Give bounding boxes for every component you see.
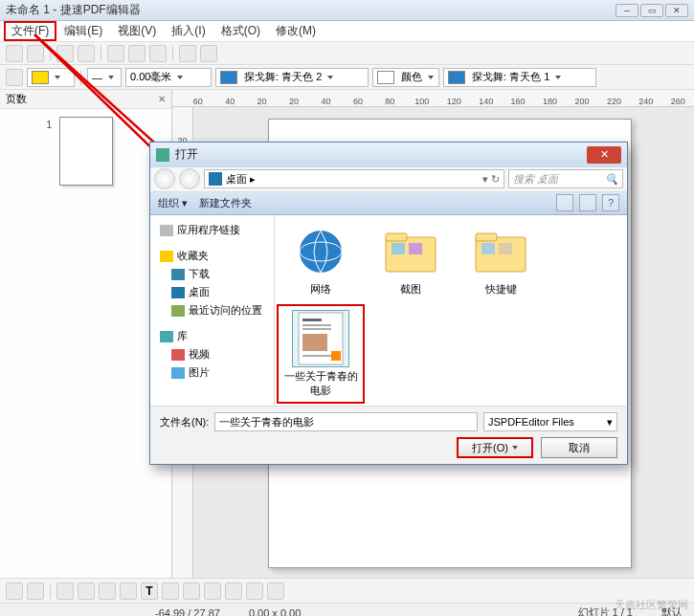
app-title: 未命名 1 - 捷速PDF编辑器 bbox=[6, 2, 141, 18]
separator bbox=[50, 46, 51, 61]
rect-icon[interactable] bbox=[99, 583, 116, 600]
connector-icon[interactable] bbox=[183, 583, 200, 600]
ellipse-icon[interactable] bbox=[120, 583, 137, 600]
page-thumbnail[interactable]: 1 bbox=[59, 117, 113, 186]
dialog-footer: 文件名(N): JSPDFEditor Files▾ 打开(O) 取消 bbox=[150, 406, 627, 464]
shape-icon[interactable] bbox=[204, 583, 221, 600]
menu-view[interactable]: 视图(V) bbox=[110, 21, 164, 41]
curve-icon[interactable] bbox=[162, 583, 179, 600]
tree-item-favorites[interactable]: 收藏夹 bbox=[154, 247, 270, 265]
style2-combo[interactable]: 探戈舞: 青天色 1 bbox=[443, 68, 596, 87]
tree-item-desktop[interactable]: 桌面 bbox=[154, 283, 270, 301]
menu-modify[interactable]: 修改(M) bbox=[268, 21, 324, 41]
close-button[interactable]: ✕ bbox=[665, 4, 688, 17]
separator bbox=[101, 46, 101, 61]
search-placeholder: 搜索 桌面 bbox=[513, 172, 558, 187]
view-mode-button[interactable] bbox=[556, 194, 573, 211]
tool-icon[interactable] bbox=[128, 45, 146, 62]
dialog-close-button[interactable]: ✕ bbox=[587, 146, 621, 164]
separator bbox=[50, 583, 51, 599]
tool-icon[interactable] bbox=[27, 45, 44, 62]
organize-menu[interactable]: 组织 ▾ bbox=[158, 196, 188, 210]
line-combo[interactable]: — bbox=[87, 68, 122, 87]
file-label: 网络 bbox=[310, 282, 331, 297]
tree-item-library[interactable]: 库 bbox=[154, 327, 270, 345]
filename-input[interactable] bbox=[214, 412, 478, 431]
svg-rect-12 bbox=[299, 313, 343, 364]
maximize-button[interactable]: ▭ bbox=[640, 4, 663, 17]
tool-icon[interactable] bbox=[78, 45, 95, 62]
tree-item-downloads[interactable]: 下载 bbox=[154, 265, 270, 283]
search-input[interactable]: 搜索 桌面🔍 bbox=[508, 169, 623, 188]
menu-file[interactable]: 文件(F) bbox=[4, 21, 56, 41]
line-icon[interactable] bbox=[56, 583, 74, 600]
arrow-icon[interactable] bbox=[6, 69, 23, 86]
view-mode-button[interactable] bbox=[579, 194, 596, 211]
new-folder-button[interactable]: 新建文件夹 bbox=[199, 196, 252, 210]
tool-icon[interactable] bbox=[27, 583, 44, 600]
statusbar: -64.99 / 27.87 0.00 x 0.00 幻灯片 1 / 1 默认 bbox=[0, 603, 694, 616]
tool-icon[interactable] bbox=[179, 45, 196, 62]
color-combo[interactable]: 颜色 bbox=[372, 68, 439, 87]
tool-icon[interactable] bbox=[200, 45, 217, 62]
file-item-pdf-selected[interactable]: 一些关于青春的电影 bbox=[282, 310, 359, 398]
menu-format[interactable]: 格式(O) bbox=[213, 21, 268, 41]
font-combo[interactable] bbox=[27, 68, 75, 87]
pointer-icon[interactable] bbox=[6, 583, 23, 600]
filename-label: 文件名(N): bbox=[160, 415, 209, 429]
folder-icon bbox=[472, 223, 529, 280]
size-combo[interactable]: 0.00毫米 bbox=[125, 68, 212, 87]
tool-icon[interactable] bbox=[107, 45, 124, 62]
file-item-folder[interactable]: 截图 bbox=[372, 223, 449, 297]
cancel-button[interactable]: 取消 bbox=[541, 437, 617, 458]
shape-icon[interactable] bbox=[246, 583, 263, 600]
separator bbox=[80, 70, 81, 85]
svg-rect-9 bbox=[476, 233, 497, 241]
arrow-icon[interactable] bbox=[78, 583, 95, 600]
tree-item[interactable]: 应用程序链接 bbox=[154, 221, 270, 239]
svg-point-2 bbox=[300, 231, 342, 273]
style1-combo[interactable]: 探戈舞: 青天色 2 bbox=[215, 68, 369, 87]
tool-icon[interactable] bbox=[6, 45, 23, 62]
filetype-combo[interactable]: JSPDFEditor Files▾ bbox=[483, 412, 617, 431]
star-icon[interactable] bbox=[267, 583, 284, 600]
dialog-titlebar: 打开 ✕ bbox=[150, 143, 627, 167]
dialog-title: 打开 bbox=[175, 146, 198, 163]
menubar: 文件(F) 编辑(E) 视图(V) 插入(I) 格式(O) 修改(M) bbox=[0, 21, 694, 42]
svg-rect-11 bbox=[499, 243, 512, 254]
file-open-dialog: 打开 ✕ 桌面 ▸▾ ↻ 搜索 桌面🔍 组织 ▾ 新建文件夹 ? 应用程序链接 … bbox=[149, 142, 628, 465]
pages-panel: 页数 ✕ 1 bbox=[0, 90, 172, 578]
file-label: 截图 bbox=[400, 282, 421, 297]
svg-rect-13 bbox=[302, 319, 322, 321]
status-size: 0.00 x 0.00 bbox=[249, 607, 301, 617]
watermark: 天底社区繁荣网 bbox=[615, 598, 688, 612]
tool-icon[interactable] bbox=[149, 45, 167, 62]
titlebar: 未命名 1 - 捷速PDF编辑器 ─ ▭ ✕ bbox=[0, 0, 694, 21]
menu-insert[interactable]: 插入(I) bbox=[164, 21, 213, 41]
tree-item-video[interactable]: 视频 bbox=[154, 345, 270, 363]
path-bar[interactable]: 桌面 ▸▾ ↻ bbox=[204, 169, 504, 188]
shape-icon[interactable] bbox=[225, 583, 242, 600]
pages-panel-header: 页数 ✕ bbox=[0, 90, 171, 109]
svg-rect-15 bbox=[302, 328, 331, 330]
menu-edit[interactable]: 编辑(E) bbox=[56, 21, 110, 41]
tool-icon[interactable] bbox=[56, 45, 74, 62]
svg-rect-14 bbox=[302, 324, 331, 326]
svg-rect-5 bbox=[386, 233, 407, 241]
help-button[interactable]: ? bbox=[602, 194, 619, 211]
nav-forward-button[interactable] bbox=[179, 168, 200, 189]
minimize-button[interactable]: ─ bbox=[616, 4, 638, 17]
file-item-network[interactable]: 网络 bbox=[282, 223, 359, 297]
dialog-nav: 桌面 ▸▾ ↻ 搜索 桌面🔍 bbox=[150, 167, 627, 192]
nav-back-button[interactable] bbox=[154, 168, 175, 189]
folder-tree: 应用程序链接 收藏夹 下载 桌面 最近访问的位置 库 视频 图片 bbox=[150, 215, 275, 406]
color-label: 颜色 bbox=[401, 70, 422, 84]
file-item-folder[interactable]: 快捷键 bbox=[462, 223, 539, 297]
text-icon[interactable]: T bbox=[141, 583, 158, 600]
svg-rect-17 bbox=[302, 355, 331, 357]
panel-close-icon[interactable]: ✕ bbox=[158, 94, 166, 104]
toolbar-main bbox=[0, 42, 694, 65]
tree-item-pictures[interactable]: 图片 bbox=[154, 363, 270, 382]
open-button[interactable]: 打开(O) bbox=[457, 437, 533, 458]
tree-item-recent[interactable]: 最近访问的位置 bbox=[154, 301, 270, 319]
